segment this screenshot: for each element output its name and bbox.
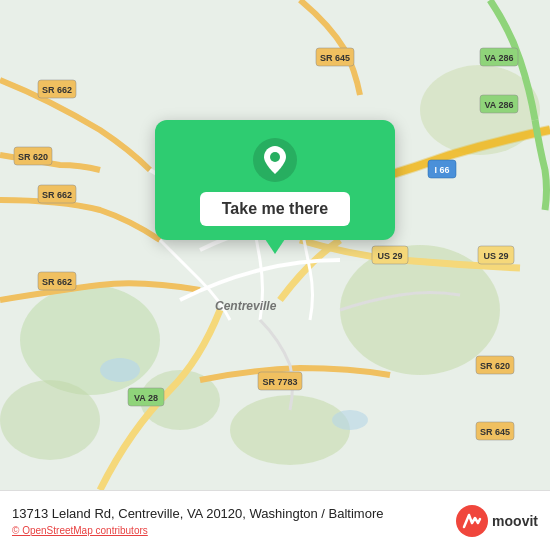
svg-text:SR 662: SR 662	[42, 277, 72, 287]
footer-bar: 13713 Leland Rd, Centreville, VA 20120, …	[0, 490, 550, 550]
svg-text:SR 662: SR 662	[42, 190, 72, 200]
svg-text:SR 645: SR 645	[480, 427, 510, 437]
svg-text:SR 7783: SR 7783	[262, 377, 297, 387]
attribution-text: © OpenStreetMap contributors	[12, 525, 456, 536]
svg-point-7	[100, 358, 140, 382]
osm-attribution: © OpenStreetMap contributors	[12, 525, 148, 536]
svg-text:SR 645: SR 645	[320, 53, 350, 63]
svg-text:SR 662: SR 662	[42, 85, 72, 95]
svg-text:SR 620: SR 620	[18, 152, 48, 162]
svg-point-39	[270, 152, 280, 162]
svg-point-4	[0, 380, 100, 460]
address-text: 13713 Leland Rd, Centreville, VA 20120, …	[12, 505, 456, 523]
moovit-logo: moovit	[456, 505, 538, 537]
moovit-brand-text: moovit	[492, 513, 538, 529]
location-pin-icon	[253, 138, 297, 182]
svg-text:VA 28: VA 28	[134, 393, 158, 403]
svg-text:Centreville: Centreville	[215, 299, 277, 313]
svg-text:US 29: US 29	[377, 251, 402, 261]
moovit-icon	[456, 505, 488, 537]
svg-text:VA 286: VA 286	[484, 100, 513, 110]
take-me-there-button[interactable]: Take me there	[200, 192, 350, 226]
svg-point-8	[332, 410, 368, 430]
address-section: 13713 Leland Rd, Centreville, VA 20120, …	[12, 505, 456, 535]
popup-card: Take me there	[155, 120, 395, 240]
svg-text:I 66: I 66	[434, 165, 449, 175]
map-container: SR 662 SR 662 SR 662 SR 620 SR 645 VA 28…	[0, 0, 550, 490]
svg-text:SR 620: SR 620	[480, 361, 510, 371]
svg-point-1	[20, 285, 160, 395]
svg-text:US 29: US 29	[483, 251, 508, 261]
svg-text:VA 286: VA 286	[484, 53, 513, 63]
